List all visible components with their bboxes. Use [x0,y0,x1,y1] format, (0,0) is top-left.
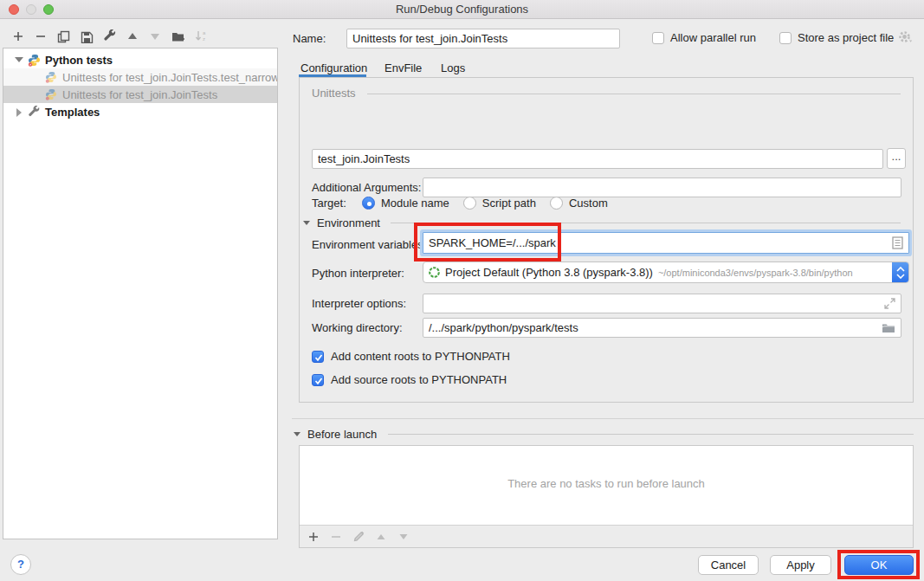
interpreter-path: ~/opt/miniconda3/envs/pyspark-3.8/bin/py… [658,268,853,278]
templates-wrench-icon [28,106,41,119]
arrow-down-icon [149,30,161,42]
python-tests-icon [28,54,41,67]
before-launch-toolbar [300,525,913,547]
name-label: Name: [293,32,326,45]
radio-selected-icon [362,197,375,210]
radio-custom[interactable]: Custom [550,197,608,210]
move-task-up-button [372,528,390,545]
save-icon [81,30,94,43]
tree-item-label: Templates [45,106,100,119]
copy-icon [57,30,70,43]
tab-envfile[interactable]: EnvFile [384,61,422,74]
environment-variables-label: Environment variables: [312,238,426,251]
radio-script-path[interactable]: Script path [463,197,536,210]
tab-logs[interactable]: Logs [441,61,465,74]
save-configuration-button[interactable] [77,27,96,46]
interpreter-options-label: Interpreter options: [312,297,406,310]
additional-arguments-input[interactable] [423,178,901,197]
apply-button[interactable]: Apply [770,555,831,575]
sort-configurations-button: az [192,27,211,46]
environment-section-header[interactable]: Environment [303,216,380,229]
tree-item-label: Unittests for test_join.JoinTests [62,88,217,101]
svg-text:z: z [203,36,205,42]
target-module-input[interactable] [312,149,883,169]
store-as-project-file-label: Store as project file [798,31,894,44]
move-up-button[interactable] [123,27,142,46]
before-launch-section-header[interactable]: Before launch [294,428,377,441]
conda-env-icon [428,266,441,279]
before-launch-empty-text: There are no tasks to run before launch [300,477,913,490]
unittests-section-label: Unittests [312,87,356,100]
python-test-icon [45,71,58,84]
chevron-right-icon[interactable] [12,108,26,117]
expand-field-icon[interactable] [884,294,895,313]
tree-item-test-narrow[interactable]: Unittests for test_join.JoinTests.test_n… [3,68,277,86]
minus-icon [35,30,47,42]
title-bar: Run/Debug Configurations [0,0,924,19]
before-launch-label: Before launch [307,428,377,441]
add-source-roots-checkbox[interactable]: Add source roots to PYTHONPATH [312,373,507,386]
python-interpreter-label: Python interpreter: [312,267,404,280]
folder-icon[interactable] [882,318,895,338]
remove-task-button [327,528,345,545]
add-content-roots-label: Add content roots to PYTHONPATH [331,350,510,363]
create-folder-button[interactable] [169,27,188,46]
checkbox-unchecked-icon [652,32,664,44]
environment-section-label: Environment [317,216,380,229]
edit-task-button [350,528,367,545]
name-input[interactable] [346,29,620,48]
move-task-down-button [395,528,412,545]
combo-stepper-icon[interactable] [892,261,909,283]
configurations-tree: Python tests Unittests for test_join.Joi… [3,48,278,539]
radio-label: Custom [569,197,608,210]
working-directory-input[interactable] [423,318,901,338]
tree-item-templates[interactable]: Templates [3,103,277,121]
target-radio-group: Target: Module name Script path Custom [312,197,622,210]
copy-configuration-button[interactable] [54,27,73,46]
tree-item-python-tests[interactable]: Python tests [3,51,277,68]
tree-item-jointests-selected[interactable]: Unittests for test_join.JoinTests [3,86,277,103]
python-test-icon [45,88,58,101]
radio-label: Script path [482,197,536,210]
help-button[interactable]: ? [10,554,31,575]
store-options-button[interactable] [897,29,914,45]
section-divider [388,434,914,435]
configuration-panel: Unittests Target: Module name Script pat… [299,77,914,403]
interpreter-name: Project Default (Python 3.8 (pyspark-3.8… [445,266,653,279]
radio-module-name[interactable]: Module name [362,197,449,210]
store-as-project-file-checkbox[interactable]: Store as project file [779,31,894,44]
python-interpreter-select[interactable]: Project Default (Python 3.8 (pyspark-3.8… [423,261,909,283]
allow-parallel-run-checkbox[interactable]: Allow parallel run [652,31,756,44]
move-down-button [145,27,165,46]
target-label: Target: [312,197,362,210]
checkbox-checked-icon [312,351,324,363]
browse-module-button[interactable]: ... [887,148,906,169]
collapse-triangle-icon [294,432,300,436]
remove-configuration-button[interactable] [31,27,50,46]
radio-unselected-icon [463,197,476,210]
radio-label: Module name [381,197,449,210]
tree-item-label: Python tests [45,54,113,67]
chevron-down-icon[interactable] [12,57,26,62]
before-launch-panel: There are no tasks to run before launch [299,445,914,548]
add-source-roots-label: Add source roots to PYTHONPATH [331,373,507,386]
section-divider [292,418,924,419]
cancel-button[interactable]: Cancel [698,555,759,575]
plus-icon [12,30,24,42]
add-content-roots-checkbox[interactable]: Add content roots to PYTHONPATH [312,350,510,363]
add-configuration-button[interactable] [9,27,28,46]
edit-templates-button[interactable] [100,27,120,46]
annotation-highlight-ok [837,550,920,579]
env-vars-editor-icon[interactable] [892,233,903,253]
interpreter-options-input[interactable] [423,294,901,313]
section-divider [367,94,901,94]
checkbox-unchecked-icon [779,32,792,44]
additional-arguments-label: Additional Arguments: [312,181,421,194]
add-task-button[interactable] [305,528,322,545]
svg-text:a: a [203,30,206,36]
collapse-triangle-icon [303,221,310,225]
tree-item-label: Unittests for test_join.JoinTests.test_n… [62,71,277,84]
window-title: Run/Debug Configurations [0,3,924,16]
gear-icon [897,29,914,45]
tab-configuration[interactable]: Configuration [300,61,367,74]
